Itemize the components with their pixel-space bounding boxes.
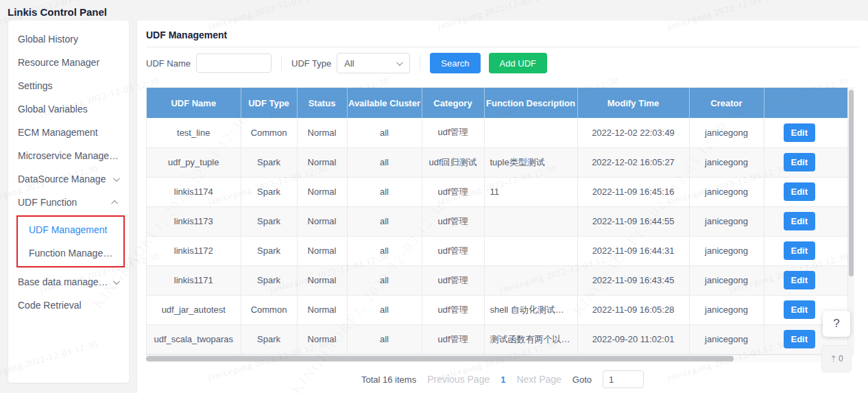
sidebar-item-function-management[interactable]: Function Management (18, 241, 123, 265)
sidebar-item-datasource-manage[interactable]: DataSource Manage (8, 167, 129, 191)
cell-modify-time: 2022-12-02 16:05:27 (577, 147, 689, 177)
cell-udf-type: Spark (241, 265, 297, 295)
horizontal-scrollbar-thumb[interactable] (146, 356, 734, 361)
cell-status: Normal (297, 236, 347, 265)
cell-category: udf管理 (422, 324, 484, 354)
cell-function-description (484, 265, 577, 295)
search-button[interactable]: Search (430, 53, 480, 73)
sidebar-item-base-data-management[interactable]: Base data management (8, 270, 129, 294)
edit-button[interactable]: Edit (784, 330, 816, 348)
edit-button[interactable]: Edit (784, 123, 816, 142)
cell-category: udf管理 (422, 206, 484, 236)
version-list-button[interactable]: Version List (820, 212, 848, 230)
cell-category: udf管理 (422, 177, 484, 206)
cell-creator: janicegong (689, 265, 764, 295)
help-button[interactable]: ? (823, 311, 850, 337)
cell-available-cluster: all (347, 206, 422, 236)
cell-status: Normal (297, 265, 347, 295)
total-items-label: Total 16 items (361, 374, 416, 385)
col-header-function-description: Function Description (484, 88, 577, 118)
edit-button[interactable]: Edit (784, 182, 816, 201)
sidebar-item-microservice-management[interactable]: Microservice Management (8, 144, 129, 167)
udf-type-select[interactable]: All (337, 53, 410, 73)
cell-status: Normal (297, 118, 347, 147)
sidebar-item-global-history[interactable]: Global History (8, 27, 129, 51)
cell-modify-time: 2022-11-09 16:44:55 (577, 206, 689, 236)
cell-udf-type: Spark (241, 147, 297, 177)
add-udf-button[interactable]: Add UDF (489, 53, 547, 73)
udf-name-input[interactable] (196, 53, 272, 73)
version-list-button[interactable]: Version List (820, 153, 848, 171)
sidebar-item-ecm-management[interactable]: ECM Management (8, 121, 129, 144)
cell-category: udf管理 (422, 118, 484, 147)
cell-actions: EditVersion List (764, 236, 848, 265)
edit-button[interactable]: Edit (784, 212, 816, 230)
filter-bar: UDF Name UDF Type All Search Add UDF (146, 52, 547, 74)
cell-function-description: shell 自动化测试专用，勿... (484, 295, 577, 324)
current-page-number[interactable]: 1 (501, 374, 505, 385)
task-counter-button[interactable]: ⇡0 (821, 345, 852, 372)
cell-function-description: 测试函数有两个以上入参... (484, 324, 577, 354)
main-panel: UDF Management UDF Name UDF Type All Sea… (137, 21, 868, 393)
cell-function-description (484, 236, 577, 265)
task-counter-value: 0 (839, 354, 843, 364)
divider (146, 47, 860, 47)
version-list-button[interactable]: Version List (820, 271, 848, 289)
edit-button[interactable]: Edit (784, 271, 816, 289)
cell-creator: janicegong (689, 324, 764, 354)
sidebar-item-udf-management[interactable]: UDF Management (18, 218, 123, 241)
cell-creator: janicegong (689, 295, 764, 324)
sidebar-item-settings[interactable]: Settings (8, 74, 129, 97)
col-header-udf-type: UDF Type (241, 88, 297, 118)
chevron-down-icon (113, 278, 120, 285)
table-row: udf_scala_twoparasSparkNormalalludf管理测试函… (147, 324, 848, 354)
cell-creator: janicegong (689, 118, 764, 147)
question-mark-icon: ? (833, 317, 839, 331)
sidebar-item-udf-function[interactable]: UDF Function (8, 191, 129, 214)
goto-label: Goto (572, 374, 592, 385)
cell-udf-type: Spark (241, 324, 297, 354)
cell-udf-type: Common (241, 295, 297, 324)
col-header-status: Status (297, 88, 347, 118)
cell-modify-time: 2022-12-02 22:03:49 (577, 118, 689, 147)
version-list-button[interactable]: Version List (820, 182, 848, 201)
cell-udf-name: udf_py_tuple (147, 147, 241, 177)
previous-page-button[interactable]: Previous Page (427, 374, 490, 385)
cell-category: udf管理 (422, 236, 484, 265)
table-row: linkis1173SparkNormalalludf管理2022-11-09 … (147, 206, 848, 236)
col-header-category: Category (422, 88, 484, 118)
sidebar-item-code-retrieval[interactable]: Code Retrieval (8, 294, 129, 317)
next-page-button[interactable]: Next Page (516, 374, 561, 385)
sidebar-item-global-variables[interactable]: Global Variables (8, 97, 129, 121)
version-list-button[interactable]: Version List (820, 123, 848, 142)
goto-page-input[interactable] (603, 370, 644, 388)
cell-creator: janicegong (689, 206, 764, 236)
col-header-creator: Creator (689, 88, 764, 118)
cell-udf-name: linkis1174 (147, 177, 241, 206)
chevron-up-icon (111, 200, 118, 206)
sidebar-item-resource-manager[interactable]: Resource Manager (8, 51, 129, 74)
horizontal-scrollbar[interactable] (146, 355, 848, 362)
cell-modify-time: 2022-09-20 11:02:01 (577, 324, 689, 354)
divider (420, 56, 420, 71)
cell-available-cluster: all (347, 147, 422, 177)
edit-button[interactable]: Edit (784, 241, 816, 260)
pagination: Total 16 items Previous Page 1 Next Page… (137, 370, 868, 388)
edit-button[interactable]: Edit (784, 300, 816, 319)
cell-status: Normal (297, 206, 347, 236)
version-list-button[interactable]: Version List (820, 241, 848, 260)
cell-udf-name: linkis1172 (147, 236, 241, 265)
vertical-scrollbar-thumb[interactable] (849, 90, 854, 276)
cell-category: udf回归测试 (422, 147, 484, 177)
cell-status: Normal (297, 177, 347, 206)
page-title: UDF Management (146, 29, 227, 40)
app-title: Linkis Control Panel (8, 6, 107, 18)
cell-function-description (484, 118, 577, 147)
cell-available-cluster: all (347, 236, 422, 265)
udf-type-label: UDF Type (291, 58, 331, 69)
table-row: linkis1174SparkNormalalludf管理112022-11-0… (147, 177, 848, 206)
edit-button[interactable]: Edit (784, 153, 816, 171)
cell-available-cluster: all (347, 177, 422, 206)
col-header-udf-name: UDF Name (147, 88, 241, 118)
cell-category: udf管理 (422, 265, 484, 295)
